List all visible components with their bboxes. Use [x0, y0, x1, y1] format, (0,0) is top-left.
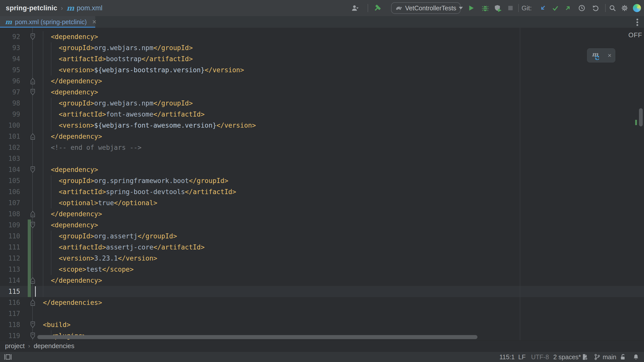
indent-settings-icon[interactable]: [581, 352, 589, 362]
line-number: 117: [0, 308, 20, 319]
breadcrumb-item-project[interactable]: project: [5, 342, 25, 350]
line-number: 98: [0, 98, 20, 109]
avatar[interactable]: [633, 4, 641, 12]
notifications-icon[interactable]: [632, 352, 639, 362]
maven-reload-widget[interactable]: m ×: [587, 48, 615, 62]
breadcrumb-separator: ›: [28, 343, 30, 349]
line-number: 108: [0, 208, 20, 220]
fold-end-icon[interactable]: [30, 78, 36, 84]
caret-position[interactable]: 115:1: [499, 352, 515, 362]
line-number: 96: [0, 76, 20, 87]
stop-icon[interactable]: [507, 4, 514, 12]
ide-window: spring-petclinic › m pom.xml VetControll…: [0, 0, 644, 362]
tool-windows-icon[interactable]: [4, 352, 12, 362]
code-line-98: <groupId>org.webjars.npm</groupId>: [35, 98, 193, 109]
run-configuration-selector[interactable]: VetControllerTests: [391, 2, 461, 14]
search-icon[interactable]: [609, 4, 616, 12]
toolbar-separator: [368, 4, 368, 12]
toolbar-separator: [605, 4, 606, 12]
line-number: 107: [0, 197, 20, 208]
gutter-fold-line: [32, 28, 33, 340]
code-line-106: <artifactId>spring-boot-devtools</artifa…: [35, 186, 236, 197]
rollback-icon[interactable]: [592, 4, 599, 12]
code-line-113: <scope>test</scope>: [35, 264, 134, 275]
code-line-101: </dependency>: [35, 131, 102, 142]
line-number: 113: [0, 264, 20, 275]
vertical-scrollbar[interactable]: [639, 108, 643, 126]
history-icon[interactable]: [578, 4, 586, 12]
status-bar: 115:1LFUTF-82 spaces*main: [0, 351, 644, 362]
code-line-118: <build>: [35, 319, 71, 330]
line-number: 103: [0, 153, 20, 164]
line-number: 109: [0, 220, 20, 231]
maven-refresh-icon[interactable]: m: [591, 51, 601, 60]
code-line-100: <version>${webjars-font-awesome.version}…: [35, 120, 256, 131]
chevron-right-icon: ›: [60, 4, 64, 12]
caret-row-highlight: [0, 286, 644, 297]
svg-text:m: m: [592, 51, 598, 58]
off-indicator: OFF: [628, 31, 642, 39]
fold-end-icon[interactable]: [30, 133, 36, 140]
editor-area[interactable]: 9293949596979899100101102103104105106107…: [0, 28, 644, 340]
breadcrumb-bar: project›dependencies: [0, 340, 644, 351]
line-number: 106: [0, 186, 20, 197]
fold-end-icon[interactable]: [30, 299, 36, 306]
caret: [35, 286, 36, 297]
line-number: 93: [0, 42, 20, 53]
code-line-102: <!-- end of webjars -->: [35, 142, 142, 153]
encoding[interactable]: UTF-8: [531, 352, 549, 362]
close-icon[interactable]: ×: [608, 52, 611, 59]
fold-end-icon[interactable]: [30, 211, 36, 217]
fold-start-icon[interactable]: [30, 321, 36, 328]
git-push-icon[interactable]: [564, 4, 572, 12]
line-number: 114: [0, 275, 20, 286]
fold-start-icon[interactable]: [30, 89, 36, 95]
tab-pom-xml[interactable]: m pom.xml (spring-petclinic) ×: [0, 16, 95, 28]
code-line-107: <optional>true</optional>: [35, 197, 157, 208]
run-icon[interactable]: [467, 4, 475, 12]
indent-style[interactable]: 2 spaces*: [553, 352, 581, 362]
horizontal-scrollbar[interactable]: [37, 335, 477, 339]
code-line-111: <artifactId>assertj-core</artifactId>: [35, 242, 205, 253]
line-number: 105: [0, 175, 20, 186]
git-branch-name[interactable]: main: [603, 352, 616, 362]
user-icon[interactable]: [351, 4, 359, 12]
code-line-94: <artifactId>bootstrap</artifactId>: [35, 53, 193, 64]
line-number: 111: [0, 242, 20, 253]
maven-icon: m: [5, 19, 12, 25]
lock-open-icon[interactable]: [619, 352, 626, 362]
fold-start-icon[interactable]: [30, 333, 36, 339]
kebab-menu-icon[interactable]: [635, 18, 639, 26]
breadcrumb-item-dependencies[interactable]: dependencies: [34, 342, 74, 350]
line-number: 110: [0, 231, 20, 242]
code-line-104: <dependency>: [35, 164, 98, 175]
code-line-114: </dependency>: [35, 275, 102, 286]
fold-start-icon[interactable]: [30, 222, 36, 228]
line-ending[interactable]: LF: [518, 352, 526, 362]
git-commit-icon[interactable]: [552, 4, 559, 12]
fold-start-icon[interactable]: [30, 33, 36, 40]
code-line-93: <groupId>org.webjars.npm</groupId>: [35, 42, 193, 53]
line-number: 102: [0, 142, 20, 153]
toolbar-separator: [518, 4, 519, 12]
code-line-97: <dependency>: [35, 87, 98, 98]
title-file-name[interactable]: pom.xml: [77, 4, 103, 12]
build-hammer-icon[interactable]: [374, 4, 382, 12]
project-name: spring-petclinic: [6, 4, 57, 12]
close-icon[interactable]: ×: [92, 18, 96, 25]
fold-start-icon[interactable]: [30, 166, 36, 173]
settings-icon[interactable]: [621, 4, 628, 12]
git-branch-icon[interactable]: [594, 352, 601, 362]
maven-icon: m: [67, 5, 74, 12]
fold-end-icon[interactable]: [30, 277, 36, 284]
hard-wrap-guide: [520, 28, 520, 340]
git-update-icon[interactable]: [539, 4, 547, 12]
line-number: 104: [0, 164, 20, 175]
line-number: 116: [0, 297, 20, 308]
debug-icon[interactable]: [481, 4, 489, 12]
coverage-icon[interactable]: [494, 4, 501, 12]
title-bar: spring-petclinic › m pom.xml VetControll…: [0, 0, 644, 16]
code-line-109: <dependency>: [35, 220, 98, 231]
gradle-icon: [395, 4, 403, 12]
line-number: 99: [0, 109, 20, 120]
